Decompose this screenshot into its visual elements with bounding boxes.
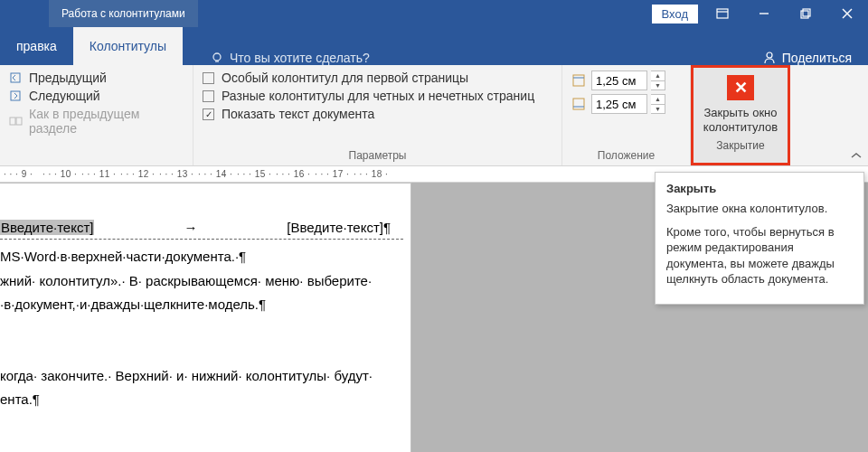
link-icon [9, 114, 24, 128]
previous-label: Предыдущий [29, 71, 107, 85]
body-line: когда· закончите.· Верхний· и· нижний· к… [0, 364, 410, 389]
show-document-text-checkbox[interactable]: ✓Показать текст документа [203, 105, 552, 123]
header-right-field[interactable]: [Введите·текст]¶ [287, 220, 391, 235]
checkbox-icon [203, 90, 214, 102]
spin-up[interactable]: ▲ [651, 95, 665, 105]
next-button[interactable]: Следующий [9, 87, 184, 105]
svg-rect-14 [573, 75, 584, 86]
close-window-button[interactable] [826, 0, 868, 27]
group-label-nav [9, 147, 184, 165]
title-bar: Работа с колонтитулами Вход [0, 0, 868, 27]
opt2-label: Разные колонтитулы для четных и нечетных… [222, 89, 534, 103]
header-top-icon [571, 73, 588, 88]
different-first-page-checkbox[interactable]: Особый колонтитул для первой страницы [203, 69, 552, 87]
maximize-icon [800, 8, 811, 19]
person-icon [762, 51, 777, 65]
tooltip-text: Кроме того, чтобы вернуться в режим реда… [666, 224, 853, 287]
tooltip-title: Закрыть [666, 182, 853, 195]
close-x-icon: ✕ [727, 75, 754, 100]
share-button[interactable]: Поделиться [762, 51, 852, 65]
checkbox-icon [203, 72, 214, 84]
minimize-icon [759, 8, 769, 19]
chevron-up-icon [850, 151, 863, 160]
footer-from-bottom-spinner[interactable]: ▲▼ [571, 92, 681, 116]
spin-down[interactable]: ▼ [651, 81, 665, 90]
ribbon-group-parameters: Особый колонтитул для первой страницы Ра… [193, 65, 562, 165]
page-header-area[interactable]: Введите·текст] → [Введите·текст]¶ [0, 184, 403, 240]
header-from-top-spinner[interactable]: ▲▼ [571, 69, 681, 92]
svg-rect-11 [11, 91, 20, 100]
tooltip: Закрыть Закрытие окна колонтитулов. Кром… [655, 172, 864, 305]
minimize-button[interactable] [743, 0, 785, 27]
maximize-button[interactable] [785, 0, 826, 27]
context-tab-title: Работа с колонтитулами [49, 0, 198, 27]
group-label-position: Положение [571, 147, 681, 165]
spinner-buttons: ▲▼ [651, 71, 665, 90]
svg-point-7 [213, 53, 221, 61]
next-icon [9, 89, 24, 103]
svg-rect-12 [10, 118, 15, 125]
svg-rect-4 [803, 9, 810, 16]
next-label: Следующий [29, 89, 100, 103]
tab-header-footer[interactable]: Колонтитулы [73, 27, 183, 65]
different-odd-even-checkbox[interactable]: Разные колонтитулы для четных и нечетных… [203, 87, 552, 105]
tell-me-label: Что вы хотите сделать? [230, 51, 370, 65]
opt3-label: Показать текст документа [222, 107, 374, 121]
tooltip-text: Закрытие окна колонтитулов. [666, 201, 853, 217]
collapse-ribbon-button[interactable] [850, 151, 863, 162]
close-icon [842, 8, 853, 19]
group-label-close: Закрытие [716, 139, 764, 152]
ribbon: Предыдущий Следующий Как в предыдущем ра… [0, 65, 868, 166]
svg-point-9 [767, 52, 772, 58]
svg-rect-0 [717, 9, 728, 18]
spin-down[interactable]: ▼ [651, 105, 665, 114]
header-from-top-input[interactable] [591, 71, 647, 90]
group-label-params: Параметры [203, 147, 552, 165]
ribbon-display-options-button[interactable] [702, 0, 743, 27]
checkbox-checked-icon: ✓ [203, 108, 214, 120]
tab-pravka[interactable]: правка [0, 27, 73, 65]
body-line: MS·Word·в·верхней·части·документа.·¶ [0, 245, 410, 269]
body-line: ента.¶ [0, 388, 410, 412]
close-line2: колонтитулов [703, 120, 778, 134]
ribbon-tabs: правка Колонтитулы Что вы хотите сделать… [0, 27, 868, 65]
share-label: Поделиться [782, 51, 852, 65]
svg-rect-3 [801, 11, 808, 18]
link-to-previous-button: Как в предыдущем разделе [9, 105, 184, 137]
tell-me-search[interactable]: Что вы хотите сделать? [210, 51, 370, 65]
login-button[interactable]: Вход [652, 5, 698, 24]
lightbulb-icon [210, 51, 224, 65]
ribbon-group-position: ▲▼ ▲▼ Положение [562, 65, 691, 165]
spin-up[interactable]: ▲ [651, 71, 665, 81]
document-page[interactable]: Введите·текст] → [Введите·текст]¶ MS·Wor… [0, 183, 411, 452]
body-line: жний· колонтитул».· В· раскрывающемся· м… [0, 269, 410, 294]
header-left-field[interactable]: Введите·текст] [0, 220, 94, 235]
svg-rect-13 [16, 118, 22, 125]
close-header-footer-button[interactable]: ✕ Закрыть окноколонтитулов Закрытие [691, 65, 790, 165]
link-to-previous-label: Как в предыдущем разделе [29, 107, 184, 136]
svg-rect-16 [573, 99, 584, 109]
close-line1: Закрыть окно [703, 106, 777, 119]
ribbon-group-navigation: Предыдущий Следующий Как в предыдущем ра… [0, 65, 193, 165]
header-tab-arrow: → [184, 220, 197, 235]
footer-from-bottom-input[interactable] [591, 94, 647, 114]
ribbon-box-icon [716, 8, 729, 19]
previous-icon [9, 71, 24, 85]
spinner-buttons: ▲▼ [651, 94, 665, 114]
opt1-label: Особый колонтитул для первой страницы [222, 71, 468, 85]
previous-button[interactable]: Предыдущий [9, 69, 184, 87]
footer-bottom-icon [571, 97, 588, 111]
body-line: ·в·документ,·и·дважды·щелкните·модель.¶ [0, 293, 410, 317]
